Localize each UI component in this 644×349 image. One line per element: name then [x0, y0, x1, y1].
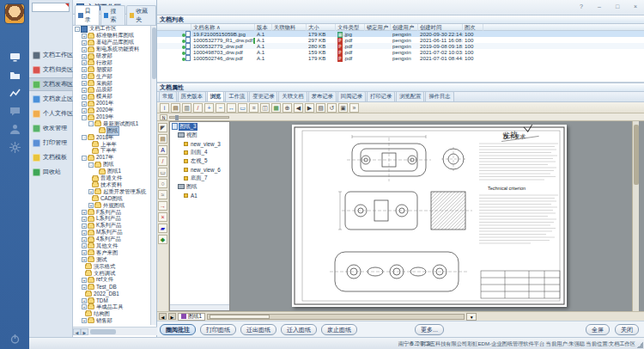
column-header-6[interactable]: 锁定用户 [365, 24, 391, 31]
next-page-icon[interactable]: ▶ [305, 103, 314, 113]
column-header-2[interactable]: 版本 [255, 24, 272, 31]
fit-width-icon[interactable]: ↔ [227, 103, 236, 113]
canvas-vertical-scrollbar[interactable] [632, 121, 639, 311]
power-icon[interactable] [8, 332, 21, 346]
tree-expander-icon[interactable]: + [82, 54, 87, 59]
props-tab-8[interactable]: 回阅记录 [337, 91, 366, 101]
avatar[interactable] [4, 3, 25, 24]
tree-expander-icon[interactable]: + [82, 95, 87, 100]
model-tree-node[interactable]: 左视_5 [170, 156, 229, 165]
tree-expander-icon[interactable]: + [82, 210, 87, 215]
canvas-horizontal-scrollbar[interactable] [207, 314, 465, 320]
tree-node[interactable]: +销售部 [73, 317, 150, 324]
action-button-1[interactable]: 圈阅批注 [160, 324, 196, 335]
drawing-canvas[interactable]: 技术要求 Technical criterion 发放 [230, 121, 632, 311]
views-icon[interactable]: ◫ [260, 103, 270, 113]
pan-icon[interactable]: ⊕ [283, 103, 292, 113]
rect-tool-icon[interactable]: ▭ [158, 168, 167, 177]
fit-page-icon[interactable]: ▭ [238, 103, 247, 113]
column-header-5[interactable]: 文件类型 [336, 24, 365, 31]
column-header-3[interactable]: 关联物料 [272, 24, 307, 31]
sidebar-item-2[interactable]: 文档归类区 [29, 63, 73, 77]
resize-grip[interactable] [637, 342, 643, 348]
tree-expander-icon[interactable]: + [82, 40, 87, 46]
tree-node[interactable]: +ref文件 [73, 277, 150, 284]
maximize-button[interactable]: □ [612, 2, 623, 11]
tree-expander-icon[interactable]: + [82, 217, 87, 222]
sidebar-item-1[interactable]: 文档工作区 [29, 48, 73, 62]
column-header-icons[interactable] [157, 24, 191, 31]
arrow-tool-icon[interactable]: → [158, 201, 167, 211]
model-tree-node[interactable]: 图纸 [170, 182, 229, 191]
column-header-1[interactable]: 文档名称 ∧ [191, 24, 255, 31]
props-tab-10[interactable]: 浏览配置 [396, 91, 424, 101]
info-icon[interactable]: i [160, 103, 169, 113]
line-tool-icon[interactable]: / [158, 156, 167, 166]
tree-expander-icon[interactable]: - [88, 162, 94, 168]
tree-expander-icon[interactable]: + [82, 237, 87, 242]
cloud-tool-icon[interactable]: ≈ [158, 190, 167, 199]
stamp-tool-icon[interactable]: × [158, 212, 167, 222]
tree-expander-icon[interactable]: + [82, 81, 87, 86]
tree-expander-icon[interactable]: + [82, 298, 87, 303]
file-row[interactable]: 1000532779_R1_drw.pdf最新A.1297 KBP.pdfpen… [157, 37, 644, 43]
tree-tab-1[interactable]: 目录 [75, 5, 100, 25]
props-tab-7[interactable]: 发布记录 [308, 91, 337, 101]
file-row[interactable]: 1000502746_drw.pdfA.1179 KBP.pdfpengxin2… [157, 55, 644, 61]
column-header-4[interactable]: 大小 [307, 24, 336, 31]
tree-expander-icon[interactable]: - [82, 115, 87, 120]
close-button[interactable]: × [630, 2, 641, 11]
text-tool-icon[interactable]: A [158, 145, 167, 155]
circle-tool-icon[interactable]: ○ [158, 179, 167, 188]
tree-expander-icon[interactable]: + [82, 318, 87, 323]
zoom-window-icon[interactable]: ▧ [316, 103, 325, 113]
fullscreen-button[interactable]: 全屏 [586, 324, 610, 335]
model-tree-node[interactable]: 剖面_4 [170, 148, 229, 156]
tree-expander-icon[interactable]: + [82, 257, 87, 262]
sidebar-item-6[interactable]: 收发管理 [29, 121, 73, 135]
select-tool-icon[interactable]: ◤ [158, 123, 167, 132]
column-header-9[interactable]: 图次 [463, 24, 483, 31]
sheet-dropdown-button[interactable]: ▼ [466, 313, 477, 321]
zoom-slider[interactable] [169, 116, 229, 119]
tree-expander-icon[interactable]: + [82, 67, 87, 72]
zoom-out-icon[interactable]: − [216, 103, 225, 113]
tree-expander-icon[interactable]: + [82, 250, 87, 255]
slider-mode-icon[interactable]: N [160, 114, 167, 120]
tree-expander-icon[interactable]: + [82, 34, 87, 39]
model-tree-node[interactable]: new_view_6 [170, 165, 229, 174]
sidebar-item-9[interactable]: 回收站 [29, 165, 73, 179]
props-tab-9[interactable]: 打印记录 [367, 91, 395, 101]
file-row[interactable]: 1000532779_drw.pdfA.1280 KBP.pdfpengxin2… [157, 43, 644, 49]
props-tab-6[interactable]: 关联文档 [278, 91, 307, 101]
model-tree-node[interactable]: 底面_7 [170, 174, 229, 182]
zoom-in-icon[interactable]: + [204, 103, 214, 113]
model-tree-node[interactable]: A1 [170, 191, 229, 199]
tree-expander-icon[interactable]: + [82, 101, 87, 107]
tree-expander-icon[interactable]: + [88, 189, 94, 194]
tree-expander-icon[interactable]: - [75, 27, 80, 32]
sheet-next-icon[interactable]: ▶ [168, 313, 176, 320]
layers-icon[interactable]: ≡ [249, 103, 258, 113]
print-icon[interactable]: ▥ [182, 103, 191, 113]
props-tab-5[interactable]: 变更记录 [249, 91, 277, 101]
tree-expander-icon[interactable]: - [82, 135, 87, 140]
tree-expander-icon[interactable]: + [82, 230, 87, 236]
action-button-5[interactable]: 废止图纸 [321, 324, 357, 335]
column-header-7[interactable]: 创建用户 [391, 24, 418, 31]
tree-expander-icon[interactable]: - [88, 121, 94, 126]
minimize-button[interactable]: – [594, 2, 605, 11]
props-tab-2[interactable]: 历史版本 [178, 91, 206, 101]
tree-expander-icon[interactable]: + [82, 243, 87, 248]
tree-expander-icon[interactable]: + [82, 47, 87, 52]
monitor-icon[interactable] [8, 50, 21, 64]
tree-expander-icon[interactable]: + [82, 223, 87, 229]
gear-icon[interactable] [8, 140, 21, 154]
expand-icon[interactable]: » [349, 103, 359, 113]
sidebar-item-4[interactable]: 文档废止区 [29, 92, 73, 106]
tree-expander-icon[interactable]: + [82, 278, 87, 283]
sidebar-item-8[interactable]: 文档模板 [29, 150, 73, 164]
column-header-8[interactable]: 创建时间 [418, 24, 463, 31]
scroll-right-icon[interactable]: ▶ [81, 328, 88, 335]
tree-expander-icon[interactable]: + [88, 203, 94, 208]
